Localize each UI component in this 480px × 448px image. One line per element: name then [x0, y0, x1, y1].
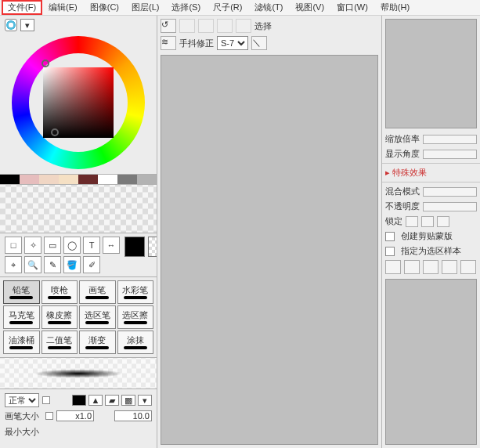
sel-btn-4[interactable]	[236, 19, 251, 33]
tip-shape-round[interactable]: ▲	[88, 395, 103, 406]
swatch[interactable]	[20, 175, 39, 184]
opacity-slider[interactable]	[423, 202, 477, 211]
lock-alpha-icon[interactable]	[406, 216, 418, 227]
stabilizer-select[interactable]: S-7	[217, 36, 248, 50]
brush-tile[interactable]: 选区擦	[117, 305, 154, 329]
selection-toolbar: ↺ 选择	[161, 19, 378, 33]
as-sel-checkbox[interactable]	[385, 247, 395, 256]
as-sel-label: 指定为选区样本	[401, 245, 461, 257]
size-step-icon[interactable]	[45, 412, 53, 420]
swatch[interactable]	[0, 175, 20, 184]
palette-area[interactable]	[0, 185, 157, 233]
stabilizer-toolbar: ≋ 手抖修正 S-7 ＼	[161, 36, 378, 50]
menu-filter[interactable]: 滤镜(T)	[248, 0, 289, 15]
blend-label: 混合模式	[385, 186, 420, 197]
fx-header[interactable]: 特殊效果	[382, 165, 480, 180]
color-wheel-mode-icon[interactable]	[5, 19, 17, 31]
swatch[interactable]	[117, 175, 137, 184]
new-folder-icon[interactable]	[404, 260, 420, 274]
brush-tile[interactable]: 铅笔	[3, 280, 40, 304]
tool-button[interactable]: 🔍	[24, 256, 42, 273]
sel-btn-3[interactable]	[217, 19, 233, 33]
swatch[interactable]	[98, 175, 117, 184]
clear-icon[interactable]	[460, 260, 476, 274]
menu-select[interactable]: 选择(S)	[165, 0, 207, 15]
layer-list[interactable]	[385, 279, 477, 445]
swatch[interactable]	[137, 175, 157, 184]
zoom-label: 缩放倍率	[385, 133, 420, 145]
brush-grid: 铅笔喷枪画笔水彩笔马克笔橡皮擦选区笔选区擦油漆桶二值笔渐变涂抹	[0, 277, 157, 358]
sel-btn-1[interactable]	[179, 19, 195, 33]
menu-ruler[interactable]: 尺子(R)	[207, 0, 248, 15]
canvas[interactable]	[161, 55, 378, 445]
brush-tile[interactable]: 渐变	[79, 331, 116, 354]
clip-label: 创建剪贴蒙版	[401, 230, 453, 242]
tool-button[interactable]: ⌖	[5, 256, 22, 273]
opacity-label: 不透明度	[385, 201, 420, 212]
lock-label: 锁定	[385, 215, 402, 227]
select-label: 选择	[254, 20, 272, 32]
delete-layer-icon[interactable]	[423, 260, 438, 274]
tip-shape-soft[interactable]: ▰	[105, 395, 119, 406]
menu-bar: 文件(F) 编辑(E) 图像(C) 图层(L) 选择(S) 尺子(R) 滤镜(T…	[0, 0, 480, 16]
left-panel: ▾ □✧▭◯T↔⌖🔍✎🪣✐ 铅笔喷枪画笔水彩笔马克笔橡皮擦选区笔选区擦油	[0, 16, 157, 448]
tool-button[interactable]: ✐	[83, 256, 100, 273]
stabilizer-icon[interactable]: ≋	[161, 36, 176, 50]
tool-button[interactable]: T	[83, 237, 100, 254]
fg-bg-swatches[interactable]	[125, 237, 157, 273]
menu-window[interactable]: 窗口(W)	[330, 0, 374, 15]
tip-shape-select[interactable]: ▲ ▰ ▩ ▾	[72, 395, 152, 406]
merge-icon[interactable]	[442, 260, 457, 274]
menu-view[interactable]: 视图(V)	[289, 0, 330, 15]
color-wheel[interactable]	[0, 34, 157, 174]
brush-tile[interactable]: 画笔	[79, 280, 116, 304]
tool-button[interactable]: ✧	[24, 237, 42, 254]
menu-edit[interactable]: 编辑(E)	[42, 0, 84, 15]
brush-tile[interactable]: 油漆桶	[3, 331, 40, 354]
brush-tile[interactable]: 马克笔	[3, 305, 40, 329]
brush-tile[interactable]: 二值笔	[42, 331, 78, 354]
swatch[interactable]	[39, 175, 59, 184]
color-mode-row: ▾	[0, 16, 157, 34]
tool-button[interactable]: ✎	[44, 256, 61, 273]
menu-image[interactable]: 图像(C)	[84, 0, 125, 15]
blend-field[interactable]	[423, 187, 477, 197]
zoom-slider[interactable]	[423, 135, 477, 144]
menu-help[interactable]: 帮助(H)	[374, 0, 416, 15]
color-dropdown[interactable]: ▾	[20, 19, 34, 31]
tip-shape-flat[interactable]	[72, 395, 86, 406]
tip-shape-more[interactable]: ▾	[138, 395, 152, 406]
brush-tile[interactable]: 喷枪	[42, 280, 78, 304]
clip-checkbox[interactable]	[385, 232, 395, 241]
tool-button[interactable]: ↔	[103, 237, 120, 254]
tip-shape-tex[interactable]: ▩	[121, 395, 135, 406]
menu-file[interactable]: 文件(F)	[2, 0, 42, 15]
tool-button[interactable]: ▭	[44, 237, 61, 254]
angle-slider[interactable]	[423, 150, 477, 159]
menu-layer[interactable]: 图层(L)	[125, 0, 165, 15]
blend-toggle-icon[interactable]	[42, 396, 50, 404]
brush-tile[interactable]: 选区笔	[79, 305, 116, 329]
lock-pixel-icon[interactable]	[421, 216, 434, 227]
tool-button[interactable]: ◯	[63, 237, 81, 254]
sel-btn-2[interactable]	[198, 19, 214, 33]
brush-preview	[0, 358, 157, 389]
swatch[interactable]	[59, 175, 78, 184]
brush-size-mult-input[interactable]	[56, 410, 94, 421]
brush-size-input[interactable]	[114, 410, 152, 421]
swatch[interactable]	[78, 175, 98, 184]
undo-icon[interactable]: ↺	[161, 19, 176, 33]
tool-button[interactable]: 🪣	[63, 256, 81, 273]
tool-grid: □✧▭◯T↔⌖🔍✎🪣✐	[5, 237, 120, 273]
navigator[interactable]	[385, 19, 477, 128]
brush-tile[interactable]: 水彩笔	[117, 280, 154, 304]
new-layer-icon[interactable]	[385, 260, 401, 274]
lock-move-icon[interactable]	[437, 216, 449, 227]
blend-mode-select[interactable]: 正常	[5, 393, 39, 407]
tool-button[interactable]: □	[5, 237, 22, 254]
brush-tile[interactable]: 橡皮擦	[42, 305, 78, 329]
swatch-row[interactable]	[0, 174, 157, 185]
canvas-panel: ↺ 选择 ≋ 手抖修正 S-7 ＼	[157, 16, 382, 448]
brush-tile[interactable]: 涂抹	[117, 331, 154, 354]
stroke-style-icon[interactable]: ＼	[251, 36, 267, 50]
